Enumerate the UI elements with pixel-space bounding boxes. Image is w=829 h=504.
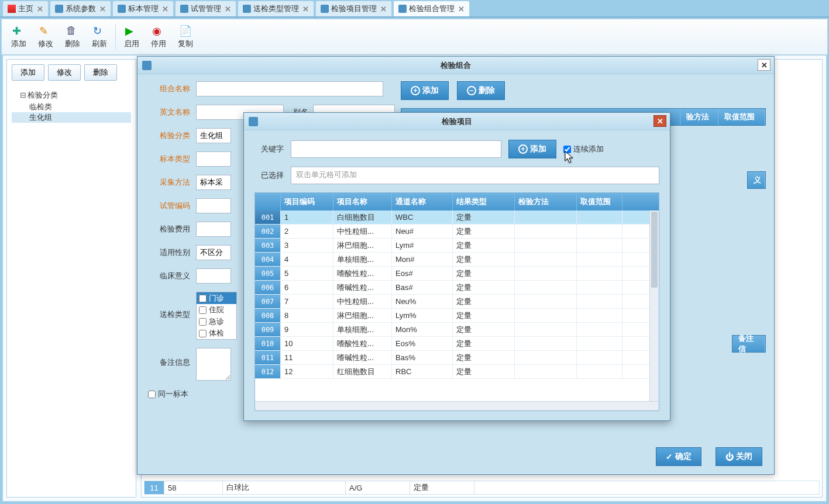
send-type-checkbox[interactable] [199,295,207,302]
tree-child-0[interactable]: 临检类 [12,102,131,112]
grid-row[interactable]: 0077中性粒细...Neu%定量 [255,295,659,309]
tab-close-icon[interactable]: ✕ [302,5,309,13]
send-type-checkbox[interactable] [199,306,207,314]
toolbar-enable-button[interactable]: ▶启用 [118,20,145,53]
tab-5[interactable]: 检验项目管理✕ [315,1,392,16]
input-category[interactable] [196,128,231,143]
cell-range [577,210,622,224]
tab-icon [243,5,251,13]
row-index: 011 [255,351,281,364]
d1-add-button[interactable]: +添加 [401,81,449,100]
tab-4[interactable]: 送检类型管理✕ [238,1,314,16]
toolbar-edit-button[interactable]: ✎修改 [32,20,59,53]
background-grid-row: 11 58 白球比 A/G 定量 [144,481,820,495]
cell-range [577,337,622,350]
chk-same-spec[interactable]: 同一标本 [148,389,188,399]
send-type-item-2[interactable]: 急诊 [197,316,236,327]
cell-code: 9 [281,323,333,336]
cell-method [515,281,577,294]
col-channel[interactable]: 通道名称 [392,193,453,210]
row-index: 005 [255,267,281,280]
grid-row[interactable]: 0022中性粒细...Neu#定量 [255,225,659,239]
send-type-checkbox[interactable] [199,318,207,326]
grid-row[interactable]: 0033淋巴细胞...Lym#定量 [255,239,659,253]
vertical-scrollbar[interactable] [649,210,659,401]
toolbar-delete-button[interactable]: 🗑删除 [59,20,86,53]
tab-3[interactable]: 试管管理✕ [175,1,236,16]
tab-icon [321,5,329,13]
send-type-item-3[interactable]: 体检 [197,327,236,339]
input-clinical[interactable] [196,268,231,284]
horizontal-scrollbar[interactable] [255,401,659,410]
grid-row[interactable]: 0044单核细胞...Mon#定量 [255,253,659,267]
send-type-item-1[interactable]: 住院 [197,304,236,316]
item-dialog-titlebar[interactable]: 检验项目 ✕ [244,113,670,130]
grid-row[interactable]: 01010嗜酸性粒...Eos%定量 [255,337,659,351]
plus-icon: + [518,144,528,154]
tab-close-icon[interactable]: ✕ [162,5,168,13]
input-tube[interactable] [196,198,231,213]
panel-add-button[interactable]: 添加 [12,64,44,81]
chk-continuous[interactable]: 连续添加 [563,144,604,154]
tree-root[interactable]: ⊟检验分类 [12,89,131,102]
tab-2[interactable]: 标本管理✕ [112,1,174,16]
input-collect[interactable] [196,175,231,190]
tab-close-icon[interactable]: ✕ [225,5,231,13]
input-fee[interactable] [196,222,231,237]
grid-row[interactable]: 0099单核细胞...Mon%定量 [255,323,659,337]
item-dialog-close-icon[interactable]: ✕ [653,115,666,127]
tab-close-icon[interactable]: ✕ [458,5,465,13]
col-range[interactable]: 取值范围 [577,193,622,210]
toolbar-add-button[interactable]: ✚添加 [5,20,32,53]
close-button[interactable]: ⏻ 关闭 [716,447,762,466]
left-panel: 添加 修改 删除 ⊟检验分类 临检类 生化组 [6,59,136,498]
selected-display[interactable]: 双击单元格可添加 [291,167,659,184]
label-tube: 试管编码 [148,201,190,211]
col-name[interactable]: 项目名称 [333,193,392,210]
col-method[interactable]: 检验方法 [515,193,577,210]
input-combo-name[interactable] [196,81,383,96]
toolbar-copy-button[interactable]: 📄复制 [172,20,199,53]
scroll-thumb[interactable] [651,212,658,288]
grid-row[interactable]: 0088淋巴细胞...Lym%定量 [255,309,659,323]
tab-close-icon[interactable]: ✕ [380,5,387,13]
input-spec-type[interactable] [196,151,231,167]
input-gender[interactable] [196,245,231,260]
grid-row[interactable]: 0066嗜碱性粒...Bas#定量 [255,281,659,295]
grid-row[interactable]: 01111嗜碱性粒...Bas%定量 [255,351,659,365]
combo-dialog-close-icon[interactable]: ✕ [758,59,770,71]
toolbar-refresh-button[interactable]: ↻刷新 [86,20,113,53]
toolbar-label: 停用 [151,39,166,49]
tab-label: 检验组合管理 [409,4,455,14]
cell-name: 中性粒细... [333,225,392,238]
confirm-button[interactable]: ✓ 确定 [656,447,701,466]
col-result[interactable]: 结果类型 [453,193,515,210]
cell-code: 7 [281,295,333,308]
input-keyword[interactable] [291,140,501,158]
tab-6[interactable]: 检验组合管理✕ [393,1,470,16]
cell-channel: Neu# [392,225,453,238]
chk-continuous-box[interactable] [563,146,571,153]
panel-delete-button[interactable]: 删除 [84,64,117,81]
cell-code: 2 [281,225,333,238]
tab-1[interactable]: 系统参数✕ [50,1,111,16]
cell-channel: Lym% [392,309,453,322]
tab-0[interactable]: 主页✕ [2,1,49,16]
cell-name: 淋巴细胞... [333,309,392,322]
tree-child-1[interactable]: 生化组 [12,112,131,123]
tab-close-icon[interactable]: ✕ [37,5,43,13]
send-type-checkbox[interactable] [199,330,207,337]
send-type-item-0[interactable]: 门诊 [197,292,236,304]
col-code[interactable]: 项目编码 [281,193,333,210]
grid-row[interactable]: 0055嗜酸性粒...Eos#定量 [255,267,659,281]
grid-row[interactable]: 01212红细胞数目RBC定量 [255,365,659,379]
d1-delete-button[interactable]: −删除 [457,81,505,100]
panel-edit-button[interactable]: 修改 [48,64,81,81]
toolbar-disable-button[interactable]: ◉停用 [145,20,172,53]
input-remark[interactable] [196,348,231,381]
d2-add-button[interactable]: +添加 [508,140,556,158]
grid-row[interactable]: 0011白细胞数目WBC定量 [255,210,659,225]
combo-dialog-titlebar[interactable]: 检验组合 ✕ [137,57,774,74]
chk-same-spec-box[interactable] [148,391,156,398]
tab-close-icon[interactable]: ✕ [99,5,106,13]
